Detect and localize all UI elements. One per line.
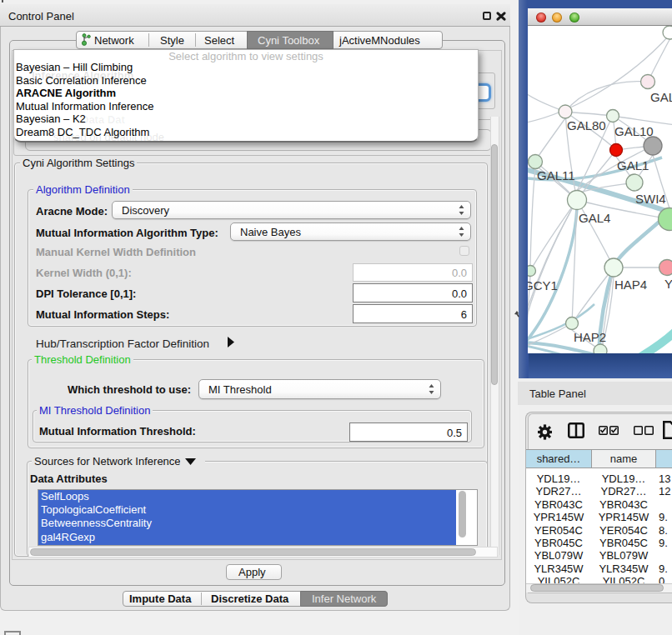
svg-text:GAL4: GAL4 — [579, 211, 610, 225]
svg-text:YI: YI — [664, 277, 672, 291]
svg-text:HAP2: HAP2 — [574, 330, 606, 344]
svg-text:HAP4: HAP4 — [614, 278, 647, 292]
svg-text:SWI4: SWI4 — [635, 192, 666, 206]
svg-text:GAL80: GAL80 — [567, 118, 606, 132]
svg-text:GAL1: GAL1 — [617, 158, 649, 172]
svg-text:GAL10: GAL10 — [614, 124, 654, 138]
svg-text:GAL7: GAL7 — [650, 90, 672, 104]
svg-text:GAL11: GAL11 — [537, 168, 575, 182]
svg-text:GCY1: GCY1 — [528, 278, 558, 292]
